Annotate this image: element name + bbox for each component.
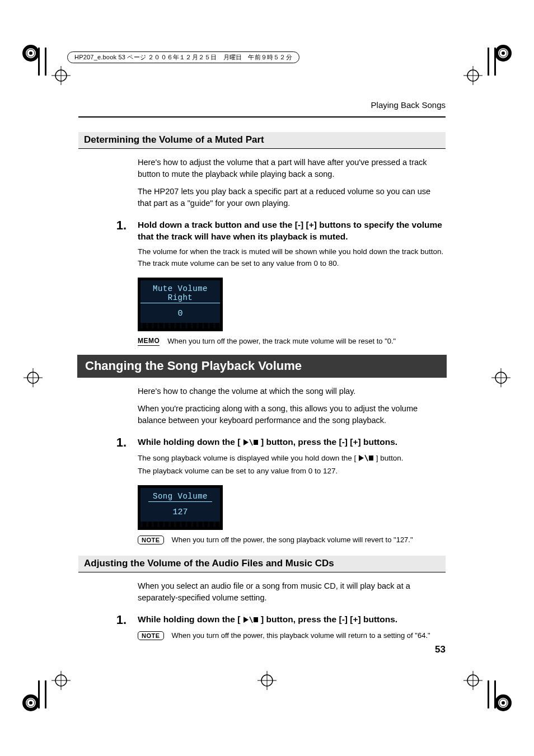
sec1-memo-text: When you turn off the power, the track m… <box>167 337 396 345</box>
svg-rect-39 <box>254 440 258 445</box>
sec1-step-txt: Hold down a track button and use the [-]… <box>138 219 446 243</box>
reg-crosshair-mr <box>491 368 510 387</box>
sec2-note: NOTE When you turn off the power, the so… <box>138 536 446 544</box>
sec3-step-post: ] button, press the [-] [+] buttons. <box>261 614 397 624</box>
svg-rect-45 <box>254 617 258 622</box>
reg-vbar-tl <box>45 48 46 76</box>
reg-crosshair-tl <box>51 66 71 85</box>
sec3-p1: When you select an audio file or a song … <box>138 580 446 604</box>
svg-marker-37 <box>243 439 249 445</box>
reg-crosshair-bl <box>51 671 71 690</box>
sec1-lcd-value: 0 <box>140 303 220 323</box>
sec2-step-post: ] button, press the [-] [+] buttons. <box>261 437 397 447</box>
sec2-step-pre: While holding down the [ <box>138 437 240 447</box>
sec3-step-txt: While holding down the [ ] button, press… <box>138 614 446 627</box>
content: Determining the Volume of a Muted Part H… <box>78 132 446 649</box>
play-stop-icon <box>243 615 259 627</box>
memo-label: MEMO <box>138 337 160 346</box>
sec2-p2: When you're practicing along with a song… <box>138 403 446 426</box>
reg-vbar-tr <box>488 48 489 76</box>
sec3-step: 1. While holding down the [ ] button, pr… <box>78 614 446 627</box>
reg-crosshair-bc <box>257 671 277 690</box>
svg-point-11 <box>29 701 32 705</box>
reg-vbar-br2 <box>494 680 496 708</box>
sec3-note-text: When you turn off the power, this playba… <box>172 631 430 640</box>
sec2-note-text: When you turn off the power, the song pl… <box>172 536 413 544</box>
sec2-sp1-pre: The song playback volume is displayed wh… <box>138 454 356 462</box>
sec2-step: 1. While holding down the [ ] button, pr… <box>78 436 446 449</box>
running-head: Playing Back Songs <box>371 100 446 110</box>
svg-point-15 <box>502 701 505 705</box>
sec1-memo: MEMO When you turn off the power, the tr… <box>138 337 446 346</box>
sec1-heading: Determining the Volume of a Muted Part <box>78 132 446 149</box>
book-header: HP207_e.book 53 ページ ２００６年１２月２５日 月曜日 午前９時… <box>67 51 299 63</box>
reg-bullseye-tl <box>21 44 40 63</box>
reg-crosshair-tr <box>463 66 483 85</box>
note-label: NOTE <box>138 631 164 640</box>
sec2-step-num: 1. <box>78 436 132 449</box>
sec3-heading: Adjusting the Volume of the Audio Files … <box>78 556 446 572</box>
sec2-lcd-title: Song Volume <box>148 490 212 502</box>
sec1-sp1: The volume for when the track is muted w… <box>138 246 446 258</box>
note-label: NOTE <box>138 536 164 544</box>
reg-vbar-bl <box>45 680 46 708</box>
sec2-p1: Here's how to change the volume at which… <box>138 386 446 397</box>
running-rule <box>78 116 446 118</box>
sec3-note: NOTE When you turn off the power, this p… <box>138 631 446 640</box>
svg-point-3 <box>29 51 32 55</box>
svg-line-38 <box>250 439 252 445</box>
svg-rect-42 <box>369 456 373 461</box>
svg-point-7 <box>502 51 505 55</box>
sec3-step-pre: While holding down the [ <box>138 614 240 624</box>
sec2-lcd: Song Volume 127 <box>138 485 446 530</box>
sec2-sp1: The song playback volume is displayed wh… <box>138 453 446 466</box>
reg-bullseye-br <box>494 693 513 712</box>
reg-vbar-tr2 <box>494 48 496 76</box>
sec2-step-txt: While holding down the [ ] button, press… <box>138 436 446 449</box>
sec1-lcd: Mute Volume Right 0 <box>138 278 446 331</box>
page: HP207_e.book 53 ページ ２００６年１２月２５日 月曜日 午前９時… <box>0 0 534 756</box>
reg-crosshair-ml <box>24 368 43 387</box>
book-header-text: HP207_e.book 53 ページ ２００６年１２月２５日 月曜日 午前９時… <box>67 51 299 63</box>
reg-vbar-br <box>488 680 489 708</box>
reg-bullseye-tr <box>494 44 513 63</box>
sec1-sp2: The track mute volume can be set to any … <box>138 258 446 270</box>
sec3-step-num: 1. <box>78 614 132 627</box>
sec1-step: 1. Hold down a track button and use the … <box>78 219 446 243</box>
sec1-p1: Here's how to adjust the volume that a p… <box>138 157 446 180</box>
page-number: 53 <box>435 644 446 655</box>
reg-vbar-bl2 <box>38 680 40 708</box>
sec2-heading: Changing the Song Playback Volume <box>77 355 447 378</box>
svg-marker-43 <box>243 617 249 623</box>
sec2-lcd-value: 127 <box>140 502 220 522</box>
sec1-lcd-title: Mute Volume Right <box>140 283 220 303</box>
play-stop-icon <box>243 438 259 449</box>
svg-marker-40 <box>359 455 364 461</box>
reg-vbar-tl2 <box>38 48 40 76</box>
svg-line-44 <box>250 617 252 623</box>
sec1-p2: The HP207 lets you play back a specific … <box>138 186 446 209</box>
svg-line-41 <box>365 455 368 461</box>
reg-bullseye-bl <box>21 693 40 712</box>
sec1-step-num: 1. <box>78 219 132 243</box>
sec2-sp2: The playback volume can be set to any va… <box>138 466 446 477</box>
play-stop-icon <box>358 454 374 466</box>
reg-crosshair-br <box>463 671 483 690</box>
sec2-sp1-post: ] button. <box>376 454 404 462</box>
